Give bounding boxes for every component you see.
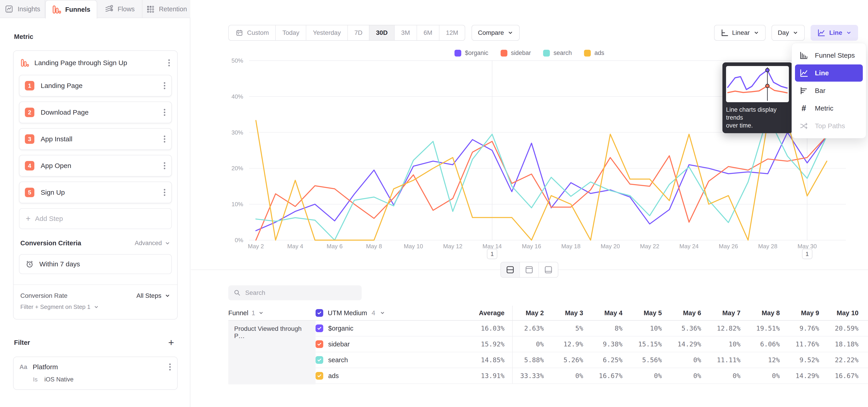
- svg-text:May 4: May 4: [287, 243, 303, 250]
- scale-dropdown[interactable]: Linear: [714, 25, 766, 41]
- row-average: 13.91%: [429, 368, 512, 383]
- date-range-custom[interactable]: Custom: [229, 25, 276, 40]
- kebab-icon[interactable]: [168, 58, 170, 67]
- filter-card: Aa Platform Is iOS Native: [13, 356, 178, 390]
- tab-funnels[interactable]: Funnels: [45, 0, 97, 19]
- date-column-header[interactable]: May 9: [787, 306, 827, 320]
- menu-item-line[interactable]: Line: [795, 64, 863, 82]
- date-range-7d[interactable]: 7D: [348, 25, 370, 40]
- add-filter-button[interactable]: +: [168, 338, 174, 347]
- kebab-icon[interactable]: [163, 81, 166, 90]
- search-icon: [234, 289, 241, 296]
- kebab-icon[interactable]: [163, 108, 166, 117]
- row-name: search: [328, 356, 348, 364]
- table-row[interactable]: search 14.85% 5.88%5.26%6.25%5.56%0%11.1…: [315, 352, 868, 368]
- date-column-header[interactable]: May 5: [630, 306, 670, 320]
- metric-heading: Metric: [14, 33, 178, 40]
- row-checkbox[interactable]: [315, 340, 323, 348]
- kebab-icon[interactable]: [163, 134, 166, 144]
- svg-text:40%: 40%: [231, 93, 243, 100]
- kebab-icon[interactable]: [163, 161, 166, 170]
- tab-flows-label: Flows: [118, 5, 135, 13]
- plus-icon: +: [26, 214, 31, 223]
- date-column-header[interactable]: May 3: [552, 306, 591, 320]
- tooltip-preview-chart: [726, 66, 789, 102]
- top-paths-icon: [799, 121, 808, 130]
- filter-property-row[interactable]: Aa Platform: [20, 363, 171, 372]
- table-row[interactable]: $organic 16.03% 2.63%5%8%10%5.36%12.82%1…: [315, 321, 868, 337]
- date-range-today[interactable]: Today: [276, 25, 306, 40]
- menu-item-bar[interactable]: Bar: [795, 82, 863, 99]
- table-row[interactable]: sidebar 15.92% 0%12.9%9.38%15.15%14.29%1…: [315, 337, 868, 352]
- funnel-step-row[interactable]: 2 Download Page: [19, 101, 172, 123]
- menu-item-top-paths[interactable]: Top Paths: [795, 117, 863, 134]
- tab-insights[interactable]: Insights: [0, 0, 45, 18]
- svg-text:May 16: May 16: [522, 243, 541, 250]
- table-only-toggle[interactable]: [539, 262, 558, 277]
- date-range-3m[interactable]: 3M: [395, 25, 417, 40]
- chevron-down-icon: [94, 304, 99, 310]
- filter-segment-dropdown[interactable]: Filter + Segment on Step 1: [20, 304, 170, 310]
- kebab-icon[interactable]: [168, 363, 171, 372]
- table-search: [228, 285, 362, 300]
- filter-operator[interactable]: Is: [33, 376, 37, 383]
- tab-flows[interactable]: Flows: [97, 0, 143, 18]
- funnel-column-header[interactable]: Funnel 1: [228, 309, 315, 317]
- row-checkbox[interactable]: [315, 324, 323, 332]
- funnel-step-row[interactable]: 3 App Install: [19, 128, 172, 150]
- advanced-dropdown[interactable]: Advanced: [135, 240, 170, 247]
- filter-value[interactable]: iOS Native: [44, 376, 73, 383]
- row-checkbox[interactable]: [315, 356, 323, 364]
- annotation-badge[interactable]: 1: [802, 249, 812, 259]
- funnel-cell[interactable]: Product Viewed through P…: [228, 321, 315, 384]
- legend-item[interactable]: sidebar: [500, 50, 531, 57]
- date-range-yesterday[interactable]: Yesterday: [306, 25, 348, 40]
- breakdown-column-header[interactable]: UTM Medium 4: [315, 309, 429, 317]
- table-value-cell: 6.25%: [591, 352, 630, 368]
- chart-type-dropdown[interactable]: Line: [811, 25, 858, 41]
- funnel-step-row[interactable]: 1 Landing Page: [19, 75, 172, 97]
- menu-item-funnel-steps[interactable]: Funnel Steps: [795, 47, 863, 64]
- funnel-card-header[interactable]: Landing Page through Sign Up: [19, 51, 172, 75]
- svg-text:20%: 20%: [231, 165, 243, 171]
- legend-item[interactable]: ads: [584, 50, 604, 57]
- chart-type-menu: Funnel Steps Line Bar # Metric Top Paths: [792, 43, 866, 138]
- tab-retention[interactable]: Retention: [143, 0, 190, 18]
- split-view-toggle[interactable]: [501, 262, 520, 277]
- tab-retention-label: Retention: [159, 5, 187, 13]
- date-column-header[interactable]: May 10: [827, 306, 866, 320]
- interval-dropdown[interactable]: Day: [772, 25, 805, 41]
- legend-item[interactable]: $organic: [455, 50, 489, 57]
- menu-item-metric[interactable]: # Metric: [795, 100, 863, 117]
- row-checkbox[interactable]: [315, 372, 323, 380]
- funnel-step-row[interactable]: 4 App Open: [19, 155, 172, 177]
- date-column-header[interactable]: May 7: [709, 306, 748, 320]
- annotation-badge[interactable]: 1: [487, 249, 497, 259]
- kebab-icon[interactable]: [163, 188, 166, 197]
- table-row[interactable]: ads 13.91% 33.33%0%16.67%0%0%0%0%14.29%1…: [315, 368, 868, 384]
- date-column-header[interactable]: May 2: [512, 306, 552, 320]
- compare-button[interactable]: Compare: [471, 25, 520, 41]
- table-value-cell: 0%: [670, 368, 709, 383]
- chart-only-toggle[interactable]: [520, 262, 539, 277]
- date-column-header[interactable]: May 6: [670, 306, 709, 320]
- date-column-header[interactable]: May 8: [748, 306, 787, 320]
- table-value-cell: 9.38%: [591, 337, 630, 352]
- funnel-metric-icon: [20, 59, 29, 67]
- table-value-cell: 14.29%: [787, 368, 827, 383]
- table-value-cell: 9.52%: [787, 352, 827, 368]
- conversion-window-button[interactable]: Within 7 days: [19, 254, 172, 274]
- search-input[interactable]: [245, 289, 356, 296]
- date-range-12m[interactable]: 12M: [439, 25, 465, 40]
- average-column-header[interactable]: Average: [429, 309, 512, 317]
- date-range-6m[interactable]: 6M: [417, 25, 439, 40]
- funnel-step-row[interactable]: 5 Sign Up: [19, 182, 172, 203]
- add-step-button[interactable]: + Add Step: [19, 208, 172, 229]
- date-range-30d[interactable]: 30D: [369, 25, 395, 40]
- table-value-cell: 11.76%: [787, 337, 827, 352]
- table-value-cell: 0%: [748, 368, 787, 383]
- legend-item[interactable]: search: [543, 50, 572, 57]
- all-steps-dropdown[interactable]: All Steps: [136, 292, 170, 300]
- date-column-header[interactable]: May 4: [591, 306, 630, 320]
- select-all-checkbox[interactable]: [315, 309, 323, 317]
